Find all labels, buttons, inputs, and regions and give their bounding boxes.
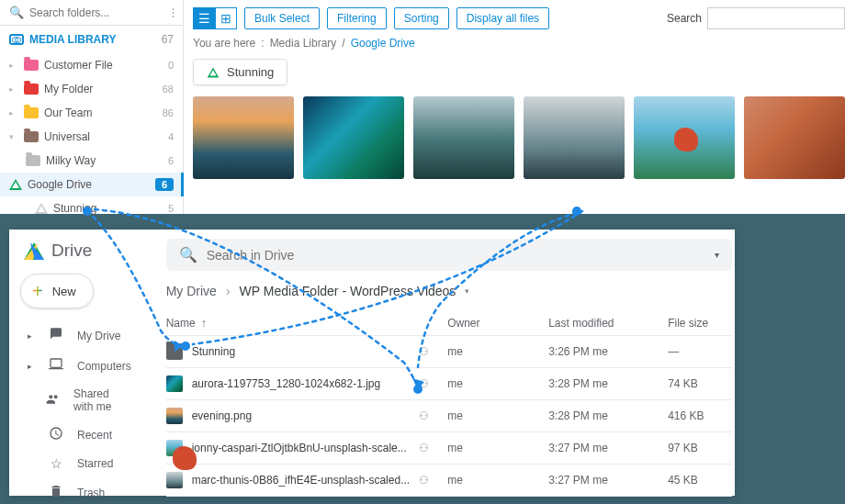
nav-my-drive[interactable]: ▸ My Drive (20, 321, 139, 350)
grid-view-button[interactable]: ⊞ (215, 7, 237, 29)
nav-label: Starred (77, 457, 113, 470)
sorting-button[interactable]: Sorting (394, 7, 449, 29)
drive-sidebar: Drive + New ▸ My Drive ▸ Computers Share… (9, 230, 150, 496)
trash-icon (48, 484, 64, 501)
modified-cell: 3:26 PM me (548, 345, 668, 358)
breadcrumb-root[interactable]: Media Library (270, 37, 337, 50)
new-button-label: New (52, 285, 76, 298)
modified-cell: 3:28 PM me (548, 409, 668, 422)
crumb-root[interactable]: My Drive (166, 284, 217, 298)
search-options-icon[interactable]: ▾ (715, 250, 719, 260)
size-cell: — (668, 345, 732, 358)
table-row[interactable]: jonny-caspari-ZtlOjtbkBnU-unsplash-scale… (166, 432, 732, 465)
size-cell: 74 KB (668, 377, 732, 390)
image-thumbnail[interactable] (634, 96, 735, 179)
folder-search-input[interactable] (29, 6, 167, 19)
annotation-dot (413, 385, 422, 394)
image-thumbnail[interactable] (744, 96, 845, 179)
sidebar-item-label: Milky Way (46, 154, 96, 167)
library-count: 67 (162, 33, 174, 46)
view-toggle: ☰ ⊞ (193, 7, 237, 29)
image-thumbnail (166, 472, 183, 488)
image-thumbnail[interactable] (413, 96, 514, 179)
google-drive-panel: Drive + New ▸ My Drive ▸ Computers Share… (9, 230, 735, 496)
media-library-header[interactable]: MEDIA LIBRARY 67 (0, 26, 183, 53)
table-row[interactable]: aurora-1197753_1280-1024x682-1.jpg⚇me3:2… (166, 368, 732, 400)
nav-starred[interactable]: ☆ Starred (20, 451, 139, 476)
nav-trash[interactable]: Trash (20, 478, 139, 504)
item-count: 68 (163, 84, 174, 95)
size-cell: 45 KB (668, 474, 732, 487)
folder-chip-stunning[interactable]: Stunning (193, 59, 287, 85)
folder-icon (24, 60, 39, 71)
folder-icon (166, 343, 183, 360)
nav-recent[interactable]: Recent (20, 420, 139, 449)
drive-logo: Drive (20, 241, 139, 261)
modified-cell: 3:27 PM me (548, 474, 668, 487)
col-modified[interactable]: Last modified (548, 317, 668, 330)
shared-icon: ⚇ (419, 345, 429, 358)
dropdown-icon[interactable]: ▾ (465, 286, 469, 296)
sidebar-search: 🔍 (0, 0, 183, 26)
main-search-input[interactable] (707, 7, 845, 29)
col-name[interactable]: Name ↑ (166, 317, 447, 330)
display-all-button[interactable]: Display all files (456, 7, 549, 29)
breadcrumb-current[interactable]: Google Drive (351, 37, 415, 50)
sidebar-item-my-folder[interactable]: ▸ My Folder 68 (0, 77, 183, 101)
sidebar-item-google-drive[interactable]: Google Drive 6 (0, 173, 183, 196)
col-size[interactable]: File size (668, 317, 732, 330)
shared-icon: ⚇ (419, 409, 429, 422)
new-button[interactable]: + New (20, 274, 94, 308)
nav-label: My Drive (77, 330, 120, 342)
nav-shared[interactable]: Shared with me (20, 382, 139, 419)
image-thumbnail[interactable] (524, 96, 625, 179)
owner-cell: me (447, 345, 548, 358)
chevron-right-icon: ▸ (28, 331, 35, 341)
clock-icon (48, 426, 64, 443)
nav-label: Trash (77, 487, 105, 499)
chevron-right-icon: ▸ (9, 61, 18, 70)
library-title: MEDIA LIBRARY (29, 33, 116, 46)
drive-breadcrumb: My Drive › WP Media Folder - WordPress V… (166, 284, 732, 298)
sidebar-item-label: Customer File (44, 59, 113, 72)
col-owner[interactable]: Owner (447, 317, 548, 330)
size-cell: 416 KB (668, 409, 732, 422)
image-thumbnail[interactable] (303, 96, 404, 179)
modified-cell: 3:27 PM me (548, 442, 668, 454)
google-drive-icon (9, 179, 22, 190)
item-count: 86 (163, 107, 174, 118)
sidebar-item-customer-file[interactable]: ▸ Customer File 0 (0, 53, 183, 77)
table-row[interactable]: Stunning⚇me3:26 PM me— (166, 336, 732, 368)
bulk-select-button[interactable]: Bulk Select (244, 7, 320, 29)
chevron-right-icon: › (226, 284, 231, 298)
file-name: aurora-1197753_1280-1024x682-1.jpg (192, 377, 419, 390)
sidebar-item-our-team[interactable]: ▸ Our Team 86 (0, 101, 183, 125)
thumbnail-grid (193, 96, 845, 179)
google-drive-icon (24, 242, 44, 260)
drive-icon (48, 327, 64, 344)
owner-cell: me (447, 442, 548, 454)
image-thumbnail[interactable] (193, 96, 294, 179)
crumb-current[interactable]: WP Media Folder - WordPress Videos (240, 284, 456, 298)
toolbar: ☰ ⊞ Bulk Select Filtering Sorting Displa… (193, 7, 845, 29)
table-row[interactable]: evening.png⚇me3:28 PM me416 KB (166, 400, 732, 432)
item-count: 4 (168, 131, 174, 142)
people-icon (46, 392, 61, 409)
sidebar-item-milky-way[interactable]: Milky Way 6 (0, 149, 183, 173)
sidebar-item-universal[interactable]: ▾ Universal 4 (0, 125, 183, 149)
table-row[interactable]: marc-thunis-0B86_ifhE4E-unsplash-scaled.… (166, 465, 732, 497)
media-library-panel: 🔍 MEDIA LIBRARY 67 ▸ Customer File 0 ▸ M… (0, 0, 845, 214)
folder-icon (24, 131, 39, 142)
drive-nav: ▸ My Drive ▸ Computers Shared with me Re… (20, 321, 139, 504)
shared-icon: ⚇ (419, 474, 429, 487)
google-drive-icon (208, 67, 220, 77)
menu-icon[interactable] (173, 8, 174, 17)
nav-computers[interactable]: ▸ Computers (20, 352, 139, 380)
drive-search-input[interactable] (207, 248, 705, 263)
annotation-dot (181, 342, 190, 351)
search-label: Search (667, 12, 702, 25)
modified-cell: 3:28 PM me (548, 377, 668, 390)
item-count: 6 (168, 155, 174, 166)
list-view-button[interactable]: ☰ (193, 7, 215, 29)
filtering-button[interactable]: Filtering (327, 7, 387, 29)
